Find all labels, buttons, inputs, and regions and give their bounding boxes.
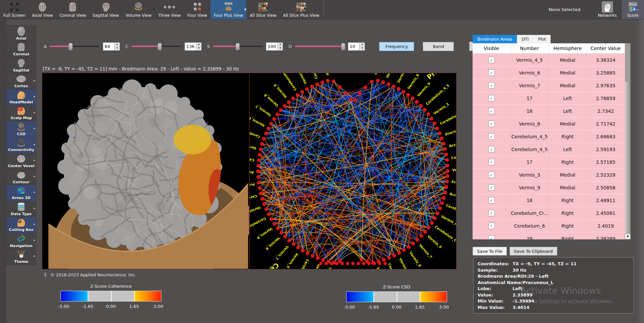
expand-arrow-icon[interactable]: ▸ [34, 95, 35, 98]
sidebar-item-cutting-box[interactable]: Cutting Box▸ [6, 217, 36, 233]
expand-arrow-icon[interactable]: ▸ [34, 143, 35, 146]
expand-arrow-icon[interactable]: ▸ [34, 111, 35, 114]
band-mode-button[interactable]: Band [423, 42, 454, 51]
slider-value-input[interactable] [103, 43, 114, 50]
save-to-file-button[interactable]: Save To File [473, 247, 507, 256]
expand-arrow-icon[interactable]: ▸ [34, 175, 35, 178]
scrollbar-down-button[interactable]: ▼ [625, 234, 631, 239]
networks-button[interactable]: Sc Networks [595, 0, 620, 19]
sidebar-item-theme[interactable]: Theme▸ [6, 249, 36, 265]
visible-checkbox[interactable]: ✓ [488, 121, 495, 127]
expand-arrow-icon[interactable]: ▸ [34, 254, 35, 258]
table-row[interactable]: ✓17Left2.76859 [473, 92, 625, 105]
visible-checkbox[interactable]: ✓ [488, 210, 495, 216]
visible-checkbox[interactable]: ✓ [488, 146, 495, 152]
table-row[interactable]: ✓Cerebelum_4_5Left2.59193 [473, 143, 625, 156]
visible-checkbox[interactable]: ✓ [488, 108, 495, 114]
toolbar-item-four-plus-view[interactable]: Four Plus View▼ [210, 0, 246, 19]
sidebar-item-areas-3d[interactable]: Areas 3D▸ [6, 185, 36, 201]
slider-thumb[interactable] [69, 43, 73, 50]
spin-down-icon[interactable]: ▼ [278, 47, 283, 50]
spinner-arrows[interactable]: ▲▼ [277, 43, 283, 50]
column-header-hemisphere[interactable]: Hemisphere [549, 43, 587, 53]
column-header-number[interactable]: Number [511, 43, 549, 53]
visible-checkbox[interactable]: ✓ [488, 184, 495, 191]
tab-plot[interactable]: Plot [533, 35, 551, 43]
visible-checkbox[interactable]: ✓ [488, 197, 495, 203]
tab-brodmann-areas[interactable]: Brodmann Areas [473, 35, 517, 43]
frequency-mode-button[interactable]: Frequency [379, 42, 414, 51]
slider-track[interactable] [213, 46, 263, 47]
sidebar-item-connectivity[interactable]: Connectivity▸ [6, 137, 36, 153]
connectivity-circle-view[interactable]: Vermis_4_5Cerebelum_Crus1AccumbensPrecun… [249, 73, 456, 269]
table-row[interactable]: ✓Vermis_7Medial2.97635 [473, 79, 625, 92]
slider-track[interactable] [295, 46, 345, 47]
table-row[interactable]: ✓17Right2.57185 [473, 156, 625, 169]
table-row[interactable]: ✓Vermis_6Medial3.25885 [473, 66, 625, 79]
sidebar-item-data-type[interactable]: Data Type▸ [6, 201, 36, 217]
table-row[interactable]: ✓Cerebelum_6Right2.4019 [473, 220, 625, 232]
visible-checkbox[interactable]: ✓ [488, 223, 495, 229]
table-row[interactable]: ✓18Right2.48911 [473, 194, 625, 207]
spinner-arrows[interactable]: ▲▼ [359, 43, 365, 50]
visible-checkbox[interactable]: ✓ [488, 133, 495, 140]
tab-dti[interactable]: DTI [517, 35, 533, 43]
toolbar-item-all-slice-plus-view[interactable]: All Slice Plus View [280, 0, 323, 19]
sidebar-item-contour[interactable]: Contour▸ [6, 169, 36, 185]
table-scrollbar[interactable]: ▼ [625, 43, 631, 239]
slider-thumb[interactable] [236, 43, 240, 50]
spin-down-icon[interactable]: ▼ [196, 47, 201, 50]
toolbar-item-full-screen[interactable]: Full Screen [0, 0, 29, 19]
expand-arrow-icon[interactable]: ▸ [34, 238, 35, 242]
toolbar-item-coronal-view[interactable]: Coronal View [56, 0, 89, 19]
slider-track[interactable] [131, 46, 181, 47]
table-row[interactable]: ✓Cerebelum_4_5Right2.68683 [473, 130, 625, 143]
spin-up-icon[interactable]: ▲ [360, 43, 365, 47]
sidebar-item-navigation[interactable]: Navigation▸ [6, 233, 36, 249]
table-row[interactable]: ✓Vermis_4_5Medial3.36324 [473, 54, 625, 66]
sidebar-item-cortex[interactable]: Cortex▸ [6, 74, 36, 90]
column-header-center-value[interactable]: Center Value∨ [587, 43, 625, 53]
slider-value-input[interactable] [266, 43, 277, 50]
sidebar-item-headmodel[interactable]: HeadModel▸ [6, 89, 36, 105]
brain-3d-view[interactable] [42, 73, 249, 269]
expand-arrow-icon[interactable]: ▸ [34, 190, 35, 194]
sidebar-item-axial[interactable]: Axial [6, 26, 36, 42]
table-row[interactable]: ✓Vermis_9Medial2.50858 [473, 181, 625, 194]
table-row[interactable]: ✓18Left2.7342 [473, 105, 625, 118]
spinner-arrows[interactable]: ▲▼ [196, 43, 201, 50]
table-row[interactable]: ✓29Right2.38289 [473, 232, 625, 239]
sidebar-item-csd[interactable]: CSD▸ [6, 121, 36, 137]
visible-checkbox[interactable]: ✓ [488, 235, 495, 239]
expand-arrow-icon[interactable]: ▸ [34, 206, 35, 210]
expand-arrow-icon[interactable]: ▸ [34, 127, 35, 130]
table-row[interactable]: ✓Vermis_3Medial2.52328 [473, 169, 625, 181]
column-header-visible[interactable]: Visible [473, 43, 511, 53]
visible-checkbox[interactable]: ✓ [488, 95, 495, 101]
spinner-arrows[interactable]: ▲▼ [114, 43, 120, 50]
visible-checkbox[interactable]: ✓ [488, 172, 495, 178]
scrollbar-thumb[interactable] [625, 44, 630, 82]
spin-up-icon[interactable]: ▲ [278, 43, 283, 47]
toolbar-item-sagittal-view[interactable]: Sagittal View [89, 0, 122, 19]
score-button[interactable]: RawZScores Score [622, 0, 644, 19]
slider-value-input[interactable] [185, 43, 196, 50]
visible-checkbox[interactable]: ✓ [488, 70, 495, 76]
sidebar-item-scalp-map[interactable]: Scalp Map▸ [6, 105, 36, 122]
sidebar-item-sagittal[interactable]: Sagittal [6, 57, 36, 74]
sidebar-item-center-voxel[interactable]: Center Voxel▸ [6, 153, 36, 169]
slider-value-input[interactable] [348, 43, 359, 50]
visible-checkbox[interactable]: ✓ [488, 159, 495, 165]
visible-checkbox[interactable]: ✓ [488, 82, 495, 89]
slider-thumb[interactable] [341, 43, 345, 50]
toolbar-item-axial-view[interactable]: Axial View [29, 0, 56, 19]
visible-checkbox[interactable]: ✓ [488, 57, 495, 63]
expand-arrow-icon[interactable]: ▸ [34, 79, 35, 82]
slider-track[interactable] [50, 46, 99, 47]
expand-arrow-icon[interactable]: ▸ [34, 158, 35, 162]
spin-down-icon[interactable]: ▼ [360, 47, 365, 50]
expand-arrow-icon[interactable]: ▸ [34, 222, 35, 226]
spin-up-icon[interactable]: ▲ [115, 43, 120, 47]
save-to-clipboard-button[interactable]: Save To Clipboard [510, 247, 557, 256]
spin-up-icon[interactable]: ▲ [196, 43, 201, 47]
